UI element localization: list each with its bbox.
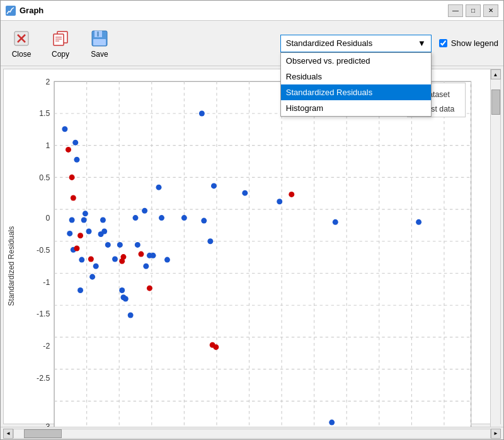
maximize-button[interactable]: □ (466, 4, 481, 17)
close-toolbar-button[interactable]: Close (6, 26, 37, 61)
blue-point (211, 183, 217, 188)
red-point (88, 256, 94, 262)
scroll-right-button[interactable]: ► (491, 429, 501, 439)
dropdown-item-standardized[interactable]: Standardized Residuals (281, 84, 431, 100)
minimize-button[interactable]: — (448, 4, 463, 17)
blue-point (181, 215, 187, 221)
blue-point (86, 229, 92, 234)
scroll-thumb-h[interactable] (24, 429, 62, 438)
plot-canvas: 2 1.5 1 0.5 0 -0.5 -1 -1.5 -2 -2.5 -3 (19, 74, 485, 427)
blue-point (277, 199, 282, 204)
blue-point (72, 140, 78, 146)
svg-text:0.5: 0.5 (39, 173, 50, 182)
dropdown-item-residuals[interactable]: Residuals (281, 69, 431, 84)
blue-point (199, 110, 205, 116)
scroll-thumb-v[interactable] (491, 90, 500, 115)
blue-point (81, 217, 87, 223)
blue-point (128, 312, 134, 318)
svg-text:-1: -1 (43, 277, 50, 286)
blue-point (67, 231, 72, 236)
app-icon (6, 6, 16, 16)
blue-point (135, 242, 140, 248)
blue-point (416, 219, 421, 225)
red-point (147, 286, 152, 291)
chart-inner: Standardized Residuals (4, 69, 500, 427)
close-button[interactable]: ✕ (483, 4, 498, 17)
blue-point (112, 256, 118, 262)
y-axis-label: Standardized Residuals (4, 69, 19, 427)
blue-point (164, 257, 170, 263)
legend-checkbox-label: Show legend (451, 38, 498, 48)
copy-toolbar-button[interactable]: Copy (45, 26, 76, 61)
red-point (71, 195, 76, 201)
scroll-left-button[interactable]: ◄ (3, 429, 13, 439)
blue-point (100, 217, 106, 223)
blue-point (151, 253, 156, 258)
dropdown-item-histogram[interactable]: Histogram (281, 100, 431, 116)
svg-text:-2.5: -2.5 (37, 374, 50, 383)
chart-type-dropdown[interactable]: Standardized Residuals ▼ Observed vs. pr… (280, 35, 432, 52)
svg-text:-1.5: -1.5 (37, 310, 50, 318)
blue-point (143, 263, 149, 269)
toolbar-right: Standardized Residuals ▼ Observed vs. pr… (280, 35, 498, 52)
chevron-down-icon: ▼ (418, 38, 426, 48)
dropdown-item-observed[interactable]: Observed vs. predicted (281, 53, 431, 69)
svg-rect-4 (54, 34, 64, 45)
blue-point (93, 263, 99, 269)
vertical-scrollbar[interactable]: ▲ ▼ (490, 69, 500, 427)
blue-point (207, 238, 213, 244)
legend-checkbox-input[interactable] (439, 39, 447, 47)
red-point (69, 175, 75, 180)
dropdown-button[interactable]: Standardized Residuals ▼ (280, 35, 432, 52)
main-window: Graph — □ ✕ Close (0, 0, 504, 440)
save-label: Save (91, 50, 108, 59)
red-point (120, 254, 126, 260)
blue-point (105, 242, 111, 248)
blue-point (123, 296, 129, 302)
blue-point (74, 157, 79, 163)
save-icon (89, 28, 110, 49)
blue-point (133, 215, 139, 221)
svg-text:2: 2 (45, 78, 50, 86)
title-bar-left: Graph (6, 6, 43, 16)
blue-point (242, 190, 248, 196)
blue-point (79, 257, 84, 263)
blue-point (62, 126, 67, 132)
svg-text:-3: -3 (43, 422, 50, 427)
close-icon (11, 28, 32, 49)
blue-point (329, 420, 335, 426)
blue-point (83, 211, 88, 216)
red-point (138, 252, 144, 257)
svg-rect-10 (97, 32, 99, 37)
copy-label: Copy (52, 50, 69, 59)
svg-text:1: 1 (45, 141, 50, 150)
svg-text:-2: -2 (43, 342, 50, 350)
title-bar: Graph — □ ✕ (1, 1, 503, 21)
svg-rect-12 (54, 81, 471, 427)
blue-point (201, 218, 207, 224)
blue-point (69, 217, 75, 223)
scroll-up-button[interactable]: ▲ (491, 69, 501, 79)
blue-point (89, 274, 95, 280)
svg-rect-11 (93, 39, 106, 45)
red-point (66, 147, 71, 153)
blue-point (117, 242, 123, 248)
blue-point (156, 185, 162, 190)
red-point (289, 192, 294, 197)
blue-point (142, 208, 147, 214)
horizontal-scrollbar[interactable] (13, 429, 491, 439)
blue-point (159, 215, 164, 221)
show-legend-checkbox[interactable]: Show legend (439, 38, 498, 48)
copy-icon (50, 28, 71, 49)
svg-text:0: 0 (45, 214, 50, 223)
dropdown-selected: Standardized Residuals (286, 38, 372, 48)
toolbar: Close Copy (1, 21, 503, 66)
close-label: Close (12, 50, 32, 59)
blue-point (77, 287, 83, 293)
red-point (74, 246, 79, 252)
blue-point (333, 219, 338, 225)
save-toolbar-button[interactable]: Save (84, 26, 115, 61)
svg-text:-0.5: -0.5 (37, 246, 50, 255)
blue-point (119, 287, 125, 293)
dropdown-menu: Observed vs. predicted Residuals Standar… (280, 52, 432, 117)
